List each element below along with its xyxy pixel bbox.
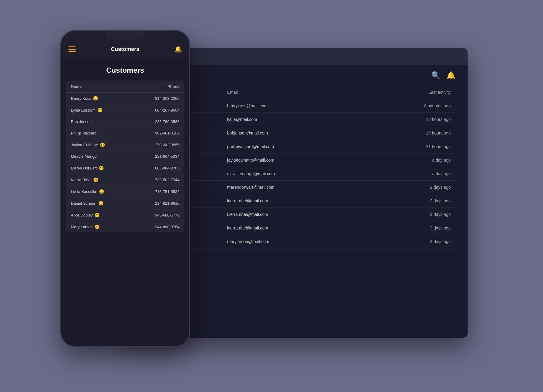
cell-email: henrykoss@mail.com [222, 99, 365, 113]
phone-section-title: Customers [66, 58, 184, 81]
list-item[interactable]: Lucia Kassulke 😊 716-751-5532 [66, 186, 184, 198]
list-item[interactable]: Bob Jensen 233-769-0566 [66, 116, 184, 128]
list-item[interactable]: Phillip Vaccaro 982-461-0169 [66, 128, 184, 139]
name-text: Henry Koss [71, 96, 91, 101]
cell-email: kierra.rihel@mail.com [222, 194, 365, 208]
cell-email: bobjensen@mail.com [222, 126, 365, 140]
cell-email: miraclemango@mail.com [222, 167, 365, 181]
cell-name: Alice Dooley 😊 [66, 209, 132, 221]
smile-icon: 😊 [97, 108, 103, 112]
name-text: Mary Larson [71, 225, 93, 229]
cell-email: kierra.rihel@mail.com [222, 221, 365, 235]
list-item[interactable]: Mary Larson 😊 944-880-3764 [66, 221, 184, 233]
cell-phone: 814-303-2260 [132, 93, 184, 104]
col-email: Email [222, 86, 365, 99]
list-item[interactable]: Daniel Schoen 😊 214-821-9610 [66, 198, 184, 209]
name-text: Jaylon Culhane [71, 143, 98, 147]
cell-phone: 716-751-5532 [132, 186, 184, 198]
smile-icon: 😊 [98, 201, 103, 206]
cell-last-activity: 2 days ago [365, 181, 456, 194]
smile-icon: 😊 [99, 189, 104, 194]
list-item[interactable]: Lydia Ekstrom 😊 684-267-8604 [66, 104, 184, 116]
cell-email: kierra.rihel@mail.com [222, 208, 365, 221]
cell-name: Bob Jensen [66, 116, 132, 128]
cell-phone: 944-880-3764 [132, 221, 184, 233]
cell-name: Henry Koss 😊 [66, 93, 132, 104]
phone-body: Customers Name Phone Henry Koss [61, 58, 189, 346]
cell-name: Maren Dorwart 😊 [66, 162, 132, 174]
smile-icon: 😊 [94, 224, 100, 229]
cell-phone: 945-686-5779 [132, 209, 184, 221]
list-item[interactable]: Alice Dooley 😊 945-686-5779 [66, 209, 184, 221]
cell-last-activity: 3 days ago [365, 221, 456, 235]
name-text: Bob Jensen [71, 119, 92, 124]
cell-email: marendorwart@mail.com [222, 181, 365, 194]
cell-last-activity: 2 days ago [365, 194, 456, 208]
cell-email: marylarson@mail.com [222, 235, 365, 248]
cell-name: Miracle Mango [66, 151, 132, 162]
list-item[interactable]: Henry Koss 😊 814-303-2260 [66, 93, 184, 104]
cell-name: Jaylon Culhane 😊 [66, 139, 132, 151]
list-item[interactable]: Jaylon Culhane 😊 278-242-3855 [66, 139, 184, 151]
cell-last-activity: 21 hours ago [365, 140, 456, 153]
scene: 🔍 🔔 Phone Email Last activity 814-303-22… [60, 30, 483, 362]
cell-phone: 982-461-0169 [132, 128, 184, 139]
cell-last-activity: 2 days ago [365, 208, 456, 221]
smile-icon: 😊 [100, 142, 105, 147]
name-text: Kierra Rihel [71, 178, 91, 182]
smile-icon: 😊 [94, 213, 100, 217]
search-icon[interactable]: 🔍 [431, 71, 440, 80]
cell-last-activity: a day ago [365, 153, 456, 167]
cell-phone: 730-502-7344 [132, 174, 184, 186]
cell-last-activity: 3 days ago [365, 235, 456, 248]
name-text: Miracle Mango [71, 154, 97, 159]
cell-phone: 233-769-0566 [132, 116, 184, 128]
cell-name: Mary Larson 😊 [66, 221, 132, 233]
cell-last-activity: 12 hours ago [365, 113, 456, 126]
cell-last-activity: 8 minutes ago [365, 99, 456, 113]
phone-col-phone: Phone [132, 81, 184, 93]
cell-phone: 214-821-9610 [132, 198, 184, 209]
cell-email: lydia@mail.com [222, 113, 365, 126]
cell-phone: 603-984-3705 [132, 162, 184, 174]
cell-phone: 278-242-3855 [132, 139, 184, 151]
cell-last-activity: 19 hours ago [365, 126, 456, 140]
bell-icon[interactable]: 🔔 [446, 71, 456, 80]
col-last-activity: Last activity [365, 86, 456, 99]
cell-email: phillipvaccaro@mail.com [222, 140, 365, 153]
phone-col-name: Name [66, 81, 132, 93]
cell-name: Daniel Schoen 😊 [66, 198, 132, 209]
cell-name: Lucia Kassulke 😊 [66, 186, 132, 198]
name-text: Phillip Vaccaro [71, 131, 97, 135]
cell-phone: 281-864-5334 [132, 151, 184, 162]
name-text: Lucia Kassulke [71, 189, 97, 194]
phone-table-container: Name Phone Henry Koss 😊 814-303-2260 Lyd [66, 81, 184, 232]
mobile-phone: Customers 🔔 Customers Name Phone [60, 30, 190, 347]
phone-bell-icon[interactable]: 🔔 [174, 46, 182, 53]
cell-name: Phillip Vaccaro [66, 128, 132, 139]
cell-last-activity: a day ago [365, 167, 456, 181]
cell-name: Lydia Ekstrom 😊 [66, 104, 132, 116]
cell-email: jaylonculhane@mail.com [222, 153, 365, 167]
smile-icon: 😊 [93, 96, 98, 101]
list-item[interactable]: Miracle Mango 281-864-5334 [66, 151, 184, 162]
smile-icon: 😊 [99, 166, 104, 170]
name-text: Daniel Schoen [71, 201, 97, 206]
name-text: Lydia Ekstrom [71, 108, 96, 112]
phone-notch [106, 31, 145, 40]
cell-phone: 684-267-8604 [132, 104, 184, 116]
phone-customers-table: Name Phone Henry Koss 😊 814-303-2260 Lyd [66, 81, 184, 232]
phone-title: Customers [111, 46, 139, 52]
name-text: Alice Dooley [71, 213, 93, 217]
hamburger-menu-button[interactable] [68, 46, 76, 52]
list-item[interactable]: Kierra Rihel 😊 730-502-7344 [66, 174, 184, 186]
list-item[interactable]: Maren Dorwart 😊 603-984-3705 [66, 162, 184, 174]
smile-icon: 😊 [93, 177, 98, 182]
cell-name: Kierra Rihel 😊 [66, 174, 132, 186]
name-text: Maren Dorwart [71, 166, 97, 170]
